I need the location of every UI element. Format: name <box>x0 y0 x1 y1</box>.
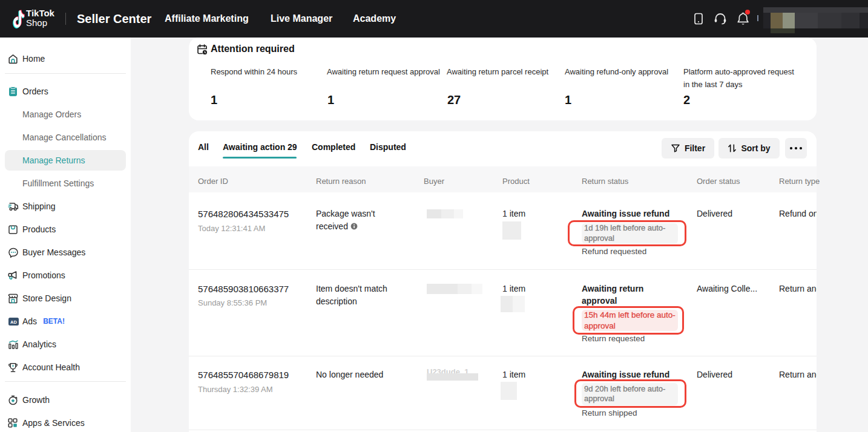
svg-text:AD: AD <box>10 319 17 324</box>
